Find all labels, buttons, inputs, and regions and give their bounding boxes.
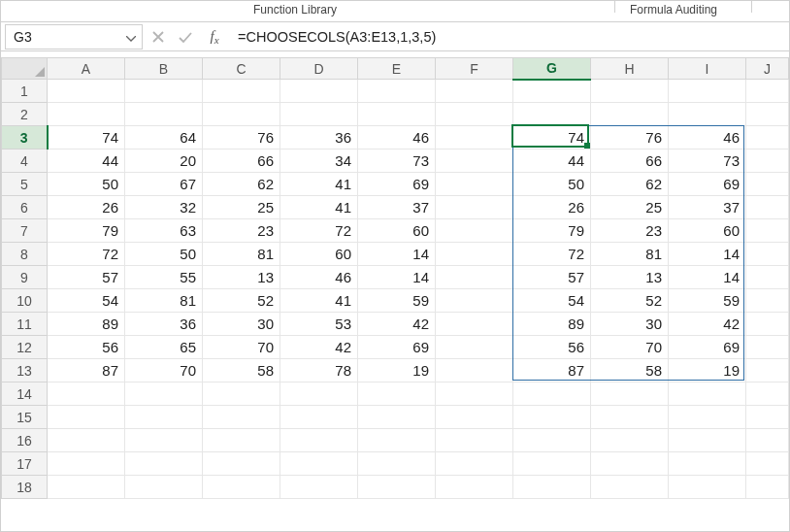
- cell-E10[interactable]: 59: [358, 289, 436, 313]
- cell-I9[interactable]: 14: [669, 266, 746, 289]
- cell-J17[interactable]: [746, 452, 789, 476]
- cell-J8[interactable]: [746, 243, 789, 266]
- cell-C16[interactable]: [203, 429, 280, 452]
- cell-G2[interactable]: [513, 103, 591, 126]
- cell-B8[interactable]: 50: [125, 243, 203, 266]
- cell-C1[interactable]: [203, 80, 280, 103]
- cell-D1[interactable]: [280, 80, 358, 103]
- cell-H4[interactable]: 66: [591, 150, 669, 173]
- cell-G14[interactable]: [513, 382, 591, 406]
- column-header-D[interactable]: D: [280, 58, 358, 80]
- cell-C11[interactable]: 30: [203, 313, 280, 336]
- cell-J4[interactable]: [746, 150, 789, 173]
- cell-F6[interactable]: [436, 196, 513, 219]
- cell-E1[interactable]: [358, 80, 436, 103]
- cell-J1[interactable]: [746, 80, 789, 103]
- cell-F10[interactable]: [436, 289, 513, 313]
- cell-B14[interactable]: [125, 382, 203, 406]
- cell-B2[interactable]: [125, 103, 203, 126]
- cell-H3[interactable]: 76: [591, 126, 669, 150]
- cell-A18[interactable]: [48, 476, 125, 499]
- cell-C12[interactable]: 70: [203, 336, 280, 359]
- cell-B3[interactable]: 64: [125, 126, 203, 150]
- cell-D6[interactable]: 41: [280, 196, 358, 219]
- cell-G6[interactable]: 26: [513, 196, 591, 219]
- cell-J2[interactable]: [746, 103, 789, 126]
- cell-E3[interactable]: 46: [358, 126, 436, 150]
- cell-A12[interactable]: 56: [48, 336, 125, 359]
- cell-I14[interactable]: [669, 382, 746, 406]
- row-header-11[interactable]: 11: [2, 313, 48, 336]
- cell-D7[interactable]: 72: [280, 219, 358, 243]
- cell-A17[interactable]: [48, 452, 125, 476]
- row-header-1[interactable]: 1: [2, 80, 48, 103]
- cell-B6[interactable]: 32: [125, 196, 203, 219]
- cell-B15[interactable]: [125, 406, 203, 429]
- row-header-16[interactable]: 16: [2, 429, 48, 452]
- cell-C9[interactable]: 13: [203, 266, 280, 289]
- cell-G17[interactable]: [513, 452, 591, 476]
- cell-E4[interactable]: 73: [358, 150, 436, 173]
- cell-A5[interactable]: 50: [48, 173, 125, 196]
- cell-E8[interactable]: 14: [358, 243, 436, 266]
- cell-C15[interactable]: [203, 406, 280, 429]
- cell-H18[interactable]: [591, 476, 669, 499]
- cell-G1[interactable]: [513, 80, 591, 103]
- cell-E5[interactable]: 69: [358, 173, 436, 196]
- cell-F16[interactable]: [436, 429, 513, 452]
- column-header-I[interactable]: I: [669, 58, 746, 80]
- cell-B5[interactable]: 67: [125, 173, 203, 196]
- cell-D18[interactable]: [280, 476, 358, 499]
- cell-A10[interactable]: 54: [48, 289, 125, 313]
- cell-A8[interactable]: 72: [48, 243, 125, 266]
- cell-E6[interactable]: 37: [358, 196, 436, 219]
- cell-H14[interactable]: [591, 382, 669, 406]
- cell-F11[interactable]: [436, 313, 513, 336]
- row-header-4[interactable]: 4: [2, 150, 48, 173]
- cell-H15[interactable]: [591, 406, 669, 429]
- column-header-C[interactable]: C: [203, 58, 280, 80]
- cell-D4[interactable]: 34: [280, 150, 358, 173]
- cell-F2[interactable]: [436, 103, 513, 126]
- cell-J18[interactable]: [746, 476, 789, 499]
- cell-E14[interactable]: [358, 382, 436, 406]
- cell-G4[interactable]: 44: [513, 150, 591, 173]
- cell-C10[interactable]: 52: [203, 289, 280, 313]
- cell-C13[interactable]: 58: [203, 359, 280, 382]
- row-header-10[interactable]: 10: [2, 289, 48, 313]
- cell-J10[interactable]: [746, 289, 789, 313]
- cell-B4[interactable]: 20: [125, 150, 203, 173]
- cell-B17[interactable]: [125, 452, 203, 476]
- row-header-9[interactable]: 9: [2, 266, 48, 289]
- column-header-A[interactable]: A: [48, 58, 125, 80]
- cell-F17[interactable]: [436, 452, 513, 476]
- cell-D10[interactable]: 41: [280, 289, 358, 313]
- column-header-G[interactable]: G: [513, 58, 591, 80]
- cell-I7[interactable]: 60: [669, 219, 746, 243]
- cell-E2[interactable]: [358, 103, 436, 126]
- cell-J5[interactable]: [746, 173, 789, 196]
- cell-I18[interactable]: [669, 476, 746, 499]
- cell-C14[interactable]: [203, 382, 280, 406]
- cell-I5[interactable]: 69: [669, 173, 746, 196]
- cell-J11[interactable]: [746, 313, 789, 336]
- row-header-13[interactable]: 13: [2, 359, 48, 382]
- cell-F9[interactable]: [436, 266, 513, 289]
- cell-B16[interactable]: [125, 429, 203, 452]
- cell-B12[interactable]: 65: [125, 336, 203, 359]
- cell-D2[interactable]: [280, 103, 358, 126]
- cell-F12[interactable]: [436, 336, 513, 359]
- cell-E16[interactable]: [358, 429, 436, 452]
- row-header-12[interactable]: 12: [2, 336, 48, 359]
- cell-J6[interactable]: [746, 196, 789, 219]
- cell-D13[interactable]: 78: [280, 359, 358, 382]
- cell-J7[interactable]: [746, 219, 789, 243]
- cell-J3[interactable]: [746, 126, 789, 150]
- cell-H13[interactable]: 58: [591, 359, 669, 382]
- cell-H8[interactable]: 81: [591, 243, 669, 266]
- cell-G18[interactable]: [513, 476, 591, 499]
- cell-B11[interactable]: 36: [125, 313, 203, 336]
- cell-A1[interactable]: [48, 80, 125, 103]
- cell-H11[interactable]: 30: [591, 313, 669, 336]
- fx-icon[interactable]: fx: [201, 28, 228, 45]
